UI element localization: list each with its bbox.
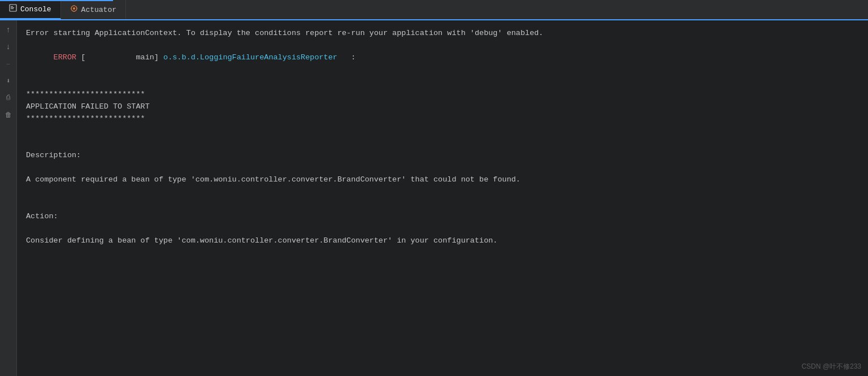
- download-icon[interactable]: ⬇: [3, 76, 14, 86]
- line-error-context: Error starting ApplicationContext. To di…: [26, 27, 859, 40]
- description-label: Description:: [26, 149, 859, 162]
- error-context-middle: [ main]: [76, 53, 163, 62]
- empty-line-2: [26, 125, 859, 137]
- watermark: CSDN @叶不修233: [801, 362, 861, 371]
- error-suffix: :: [337, 53, 355, 62]
- scroll-down-icon[interactable]: ↓: [3, 42, 14, 52]
- error-keyword: ERROR: [54, 53, 77, 62]
- logging-failure-reporter-link: o.s.b.d.LoggingFailureAnalysisReporter: [163, 53, 337, 62]
- divider-icon: —: [3, 59, 14, 69]
- asterisk-line-2: **************************: [26, 113, 859, 125]
- tab-console[interactable]: Console: [0, 0, 61, 19]
- consider-defining-line: Consider defining a bean of type 'com.wo…: [26, 235, 859, 247]
- progress-bar: [0, 0, 113, 1]
- empty-line-5: [26, 186, 859, 198]
- console-tab-icon: [9, 4, 17, 14]
- app-failed-line: APPLICATION FAILED TO START: [26, 101, 859, 113]
- sidebar: ↑ ↓ — ⬇ ⎙ 🗑: [0, 20, 17, 376]
- console-tab-label: Console: [20, 5, 51, 14]
- empty-line-7: [26, 223, 859, 235]
- asterisk-line-1: **************************: [26, 88, 859, 101]
- scroll-up-icon[interactable]: ↑: [3, 25, 14, 35]
- actuator-tab-label: Actuator: [81, 6, 116, 14]
- action-label: Action:: [26, 210, 859, 223]
- tab-bar: Console Actuator: [0, 0, 868, 20]
- print-icon[interactable]: ⎙: [3, 93, 14, 103]
- empty-line-6: [26, 198, 859, 210]
- svg-point-5: [73, 7, 75, 10]
- tab-actuator[interactable]: Actuator: [61, 0, 126, 19]
- trash-icon[interactable]: 🗑: [3, 110, 14, 120]
- line-error-label: ERROR [ main] o.s.b.d.LoggingFailureAnal…: [26, 40, 859, 76]
- component-required-line: A component required a bean of type 'com…: [26, 174, 859, 186]
- console-output: Error starting ApplicationContext. To di…: [17, 20, 868, 376]
- empty-line-1: [26, 76, 859, 88]
- empty-line-4: [26, 162, 859, 174]
- main-area: ↑ ↓ — ⬇ ⎙ 🗑 Error starting ApplicationCo…: [0, 20, 868, 376]
- empty-line-3: [26, 137, 859, 149]
- actuator-tab-icon: [70, 5, 78, 15]
